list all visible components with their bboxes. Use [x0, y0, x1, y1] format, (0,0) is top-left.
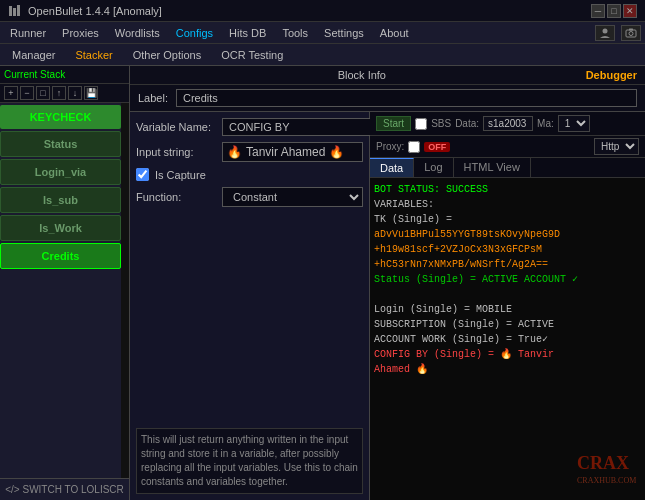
svg-text:CRAX: CRAX: [577, 453, 629, 473]
block-info-header: Block Info Debugger: [130, 66, 645, 85]
proxy-checkbox[interactable]: [408, 141, 420, 153]
input-string-row: Input string: 🔥 Tanvir Ahamed 🔥: [136, 142, 363, 162]
terminal-line-7: Status (Single) = ACTIVE ACCOUNT ✓: [374, 272, 641, 287]
label-input[interactable]: [176, 89, 637, 107]
switch-to-loliscr-button[interactable]: </> SWITCH TO LOLISCR: [0, 478, 129, 500]
window-controls[interactable]: ─ □ ✕: [591, 4, 637, 18]
menu-wordlists[interactable]: Wordlists: [109, 25, 166, 41]
stack-item-issub[interactable]: Is_sub: [0, 187, 121, 213]
minimize-button[interactable]: ─: [591, 4, 605, 18]
label-text: Label:: [138, 92, 168, 104]
stack-panel: Current Stack + − □ ↑ ↓ 💾 KEYCHECK Statu…: [0, 66, 130, 500]
terminal-line-1: BOT STATUS: SUCCESS: [374, 182, 641, 197]
current-stack-label: Current Stack: [4, 69, 65, 80]
fire-icon-left: 🔥: [227, 145, 242, 159]
stack-up-button[interactable]: ↑: [52, 86, 66, 100]
stack-item-keycheck[interactable]: KEYCHECK: [0, 105, 121, 129]
variable-name-input[interactable]: [222, 118, 374, 136]
middle-content: Variable Name: Input string: 🔥 Tanvir Ah…: [130, 112, 645, 500]
is-capture-row: Is Capture: [136, 168, 363, 181]
window-title: OpenBullet 1.4.4 [Anomaly]: [28, 5, 162, 17]
stack-item-loginvia[interactable]: Login_via: [0, 159, 121, 185]
proxy-label: Proxy:: [376, 141, 404, 152]
stack-add-button[interactable]: +: [4, 86, 18, 100]
main-content: Current Stack + − □ ↑ ↓ 💾 KEYCHECK Statu…: [0, 66, 645, 500]
tab-log[interactable]: Log: [414, 158, 453, 177]
svg-rect-2: [17, 5, 20, 16]
http-select[interactable]: Http: [594, 138, 639, 155]
menu-about[interactable]: About: [374, 25, 415, 41]
stack-item-iswork[interactable]: Is_Work: [0, 215, 121, 241]
block-info-title: Block Info: [287, 69, 436, 81]
terminal-line-9: Login (Single) = MOBILE: [374, 302, 641, 317]
svg-text:CRAXHUB.COM: CRAXHUB.COM: [577, 476, 636, 485]
start-button[interactable]: Start: [376, 116, 411, 131]
description-text: This will just return anything written i…: [141, 434, 358, 487]
watermark: CRAX CRAXHUB.COM: [577, 449, 637, 492]
stack-list: KEYCHECK Status Login_via Is_sub Is_Work…: [0, 103, 121, 478]
description-box: This will just return anything written i…: [136, 428, 363, 494]
title-bar: OpenBullet 1.4.4 [Anomaly] ─ □ ✕: [0, 0, 645, 22]
debugger-title: Debugger: [586, 69, 637, 81]
svg-rect-6: [629, 28, 633, 30]
debugger-controls: Start SBS Data: Ma: 1: [370, 112, 645, 136]
title-bar-left: OpenBullet 1.4.4 [Anomaly]: [8, 4, 162, 18]
menu-proxies[interactable]: Proxies: [56, 25, 105, 41]
svg-point-3: [603, 28, 608, 33]
variable-name-label: Variable Name:: [136, 121, 216, 133]
terminal-line-12: CONFIG BY (Single) = 🔥 Tanvir: [374, 347, 641, 362]
svg-rect-0: [9, 6, 12, 16]
is-capture-label: Is Capture: [155, 169, 206, 181]
app-icon: [8, 4, 22, 18]
data-input[interactable]: [483, 116, 533, 131]
stack-down-button[interactable]: ↓: [68, 86, 82, 100]
proxy-row: Proxy: OFF Http: [370, 136, 645, 158]
terminal-line-2: VARIABLES:: [374, 197, 641, 212]
ma-select[interactable]: 1: [558, 115, 590, 132]
tab-manager[interactable]: Manager: [4, 47, 63, 63]
input-string-value: 🔥 Tanvir Ahamed 🔥: [222, 142, 363, 162]
block-info-section: Block Info Debugger Label:: [130, 66, 645, 112]
menu-tools[interactable]: Tools: [276, 25, 314, 41]
stack-item-credits[interactable]: Credits: [0, 243, 121, 269]
tanvir-name: Tanvir Ahamed: [246, 145, 325, 159]
terminal-line-11: ACCOUNT WORK (Single) = True✓: [374, 332, 641, 347]
menu-runner[interactable]: Runner: [4, 25, 52, 41]
tab-data[interactable]: Data: [370, 158, 414, 177]
menu-configs[interactable]: Configs: [170, 25, 219, 41]
stack-scroll-area: KEYCHECK Status Login_via Is_sub Is_Work…: [0, 103, 129, 478]
tab-ocr-testing[interactable]: OCR Testing: [213, 47, 291, 63]
maximize-button[interactable]: □: [607, 4, 621, 18]
proxy-status-badge: OFF: [424, 142, 450, 152]
input-string-label: Input string:: [136, 146, 216, 158]
right-panel: Block Info Debugger Label: Variable Name…: [130, 66, 645, 500]
close-button[interactable]: ✕: [623, 4, 637, 18]
icon-person[interactable]: [595, 25, 615, 41]
stack-item-status[interactable]: Status: [0, 131, 121, 157]
tab-html-view[interactable]: HTML View: [454, 158, 531, 177]
svg-rect-1: [13, 8, 16, 16]
config-panel: Variable Name: Input string: 🔥 Tanvir Ah…: [130, 112, 370, 500]
sbs-checkbox[interactable]: [415, 118, 427, 130]
stack-remove-button[interactable]: −: [20, 86, 34, 100]
tab-other-options[interactable]: Other Options: [125, 47, 209, 63]
sbs-label: SBS: [431, 118, 451, 129]
terminal-line-13: Ahamed 🔥: [374, 362, 641, 377]
terminal-line-3: TK (Single) =: [374, 212, 641, 227]
menu-hitsdb[interactable]: Hits DB: [223, 25, 272, 41]
data-label: Data:: [455, 118, 479, 129]
function-select[interactable]: Constant: [222, 187, 363, 207]
tabs-bar: Manager Stacker Other Options OCR Testin…: [0, 44, 645, 66]
data-tabs: Data Log HTML View: [370, 158, 645, 178]
terminal-line-6: +hC53rNn7xNMxPB/wNSrft/Ag2A==: [374, 257, 641, 272]
variable-name-row: Variable Name:: [136, 118, 363, 136]
menu-settings[interactable]: Settings: [318, 25, 370, 41]
stack-save-button[interactable]: 💾: [84, 86, 98, 100]
icon-camera[interactable]: [621, 25, 641, 41]
terminal-line-5: +h19w81scf+2VZJoCx3N3xGFCPsM: [374, 242, 641, 257]
is-capture-checkbox[interactable]: [136, 168, 149, 181]
svg-point-5: [629, 31, 633, 35]
stack-copy-button[interactable]: □: [36, 86, 50, 100]
tab-stacker[interactable]: Stacker: [67, 47, 120, 63]
stack-scrollbar[interactable]: [121, 103, 129, 478]
